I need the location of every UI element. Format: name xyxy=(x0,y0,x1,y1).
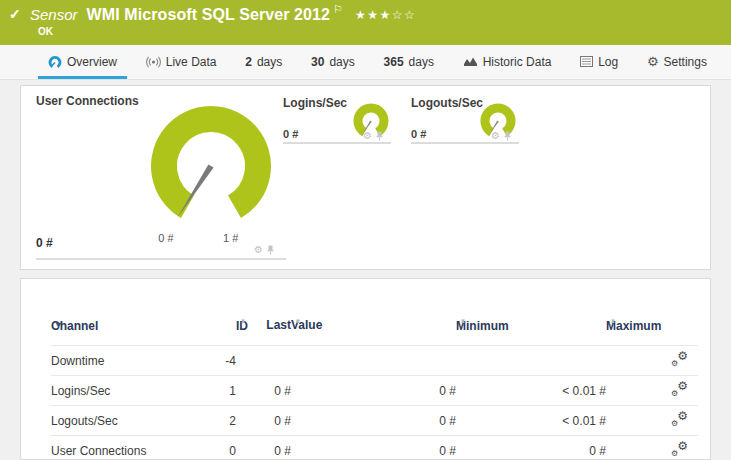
logins-gauge-value: 0 # xyxy=(283,128,298,140)
pin-icon[interactable] xyxy=(267,245,274,255)
minimum-value: 0 # xyxy=(291,414,456,428)
main-gauge-value: 0 # xyxy=(36,236,53,250)
object-kind-label: Sensor xyxy=(30,6,78,23)
maximum-value: < 0.01 # xyxy=(456,384,606,398)
status-badge: OK xyxy=(38,26,53,37)
channel-id: 2 xyxy=(201,414,236,428)
channel-settings-icon[interactable]: ⚙⚙ xyxy=(671,382,688,397)
tab-number: 2 xyxy=(245,55,252,69)
table-row-user-connections: User Connections 0 0 # 0 # 0 # ⚙⚙ xyxy=(51,435,698,460)
table-row-logouts-sec: Logouts/Sec 2 0 # 0 # < 0.01 # ⚙⚙ xyxy=(51,405,698,435)
tab-historic-data[interactable]: Historic Data xyxy=(453,45,562,79)
gauge-scale-min: 0 # xyxy=(151,232,181,244)
star-filled-icon[interactable]: ★ xyxy=(355,8,367,22)
logouts-gauge-title: Logouts/Sec xyxy=(411,96,483,110)
logouts-gauge-value: 0 # xyxy=(411,128,426,140)
sensor-status-bar: ✓ Sensor WMI Microsoft SQL Server 2012 ⚐… xyxy=(0,0,731,45)
last-value: 0 # xyxy=(236,444,291,458)
channel-settings-icon[interactable]: ⚙⚙ xyxy=(671,442,688,457)
tab-label: Overview xyxy=(67,55,117,69)
ok-check-icon: ✓ xyxy=(9,6,21,22)
tab-label: Historic Data xyxy=(483,55,552,69)
channel-name: Logins/Sec xyxy=(51,384,201,398)
channel-id: -4 xyxy=(201,354,236,368)
maximum-value: < 0.01 # xyxy=(456,414,606,428)
tab-settings[interactable]: ⚙ Settings xyxy=(637,45,717,79)
channel-settings-icon[interactable]: ⚙⚙ xyxy=(671,352,688,367)
star-empty-icon[interactable]: ☆ xyxy=(392,8,404,22)
tab-2-days[interactable]: 2 days xyxy=(235,45,292,79)
logouts-gauge-tools[interactable]: ⚙ xyxy=(491,131,511,141)
maximum-value: 0 # xyxy=(456,444,606,458)
tab-overview[interactable]: Overview xyxy=(38,45,127,79)
gear-icon[interactable]: ⚙ xyxy=(254,245,263,255)
tab-label: Settings xyxy=(664,55,707,69)
main-gauge-tools[interactable]: ⚙ xyxy=(254,245,274,255)
user-connections-gauge xyxy=(121,101,301,251)
tab-label: days xyxy=(409,55,434,69)
channel-name: Logouts/Sec xyxy=(51,414,201,428)
table-row-logins-sec: Logins/Sec 1 0 # 0 # < 0.01 # ⚙⚙ xyxy=(51,375,698,405)
page-title: WMI Microsoft SQL Server 2012 xyxy=(87,6,331,24)
tab-label: days xyxy=(257,55,282,69)
gear-icon: ⚙ xyxy=(647,55,659,68)
minimum-value: 0 # xyxy=(291,444,456,458)
channel-name: User Connections xyxy=(51,444,201,458)
channels-table-panel: Channel▾ ID▲▼ Last Value▲▼ Minimum▲▼ Max… xyxy=(20,278,711,460)
gear-icon[interactable]: ⚙ xyxy=(491,131,500,141)
gauges-panel: User Connections 0 # 1 # 0 # ⚙ Logins/Se… xyxy=(20,85,711,270)
logins-gauge-tools[interactable]: ⚙ xyxy=(363,131,383,141)
pin-icon[interactable] xyxy=(504,131,511,141)
sensor-title-row: Sensor WMI Microsoft SQL Server 2012 ⚐ ★… xyxy=(30,0,416,29)
tab-bar: Overview Live Data 2 days 30 days 365 da… xyxy=(0,45,731,80)
live-data-icon xyxy=(146,56,161,68)
channel-settings-icon[interactable]: ⚙⚙ xyxy=(671,412,688,427)
tab-30-days[interactable]: 30 days xyxy=(301,45,365,79)
tab-365-days[interactable]: 365 days xyxy=(374,45,444,79)
star-filled-icon[interactable]: ★ xyxy=(367,8,379,22)
gauge-icon xyxy=(48,55,62,69)
divider xyxy=(36,258,286,260)
tab-number: 30 xyxy=(311,55,324,69)
tab-label: Log xyxy=(598,55,618,69)
table-row-downtime: Downtime -4 ⚙⚙ xyxy=(51,345,698,375)
priority-flag-icon: ⚐ xyxy=(333,3,343,16)
channel-id: 0 xyxy=(201,444,236,458)
minimum-value: 0 # xyxy=(291,384,456,398)
divider xyxy=(283,142,391,144)
star-empty-icon[interactable]: ☆ xyxy=(404,8,416,22)
pin-icon[interactable] xyxy=(376,131,383,141)
log-list-icon xyxy=(580,56,593,67)
last-value: 0 # xyxy=(236,414,291,428)
gear-icon[interactable]: ⚙ xyxy=(363,131,372,141)
divider xyxy=(411,142,519,144)
channel-id: 1 xyxy=(201,384,236,398)
tab-log[interactable]: Log xyxy=(570,45,628,79)
table-body: Downtime -4 ⚙⚙ Logins/Sec 1 0 # 0 # < 0.… xyxy=(21,345,710,460)
priority-stars[interactable]: ★★★☆☆ xyxy=(355,8,416,22)
sort-desc-icon: ▾ xyxy=(56,319,61,330)
tab-label: Live Data xyxy=(166,55,217,69)
area-chart-icon xyxy=(463,56,478,67)
last-value: 0 # xyxy=(236,384,291,398)
gauge-scale-max: 1 # xyxy=(223,232,253,244)
logins-gauge-title: Logins/Sec xyxy=(283,96,347,110)
tab-label: days xyxy=(329,55,354,69)
table-header-row: Channel▾ ID▲▼ Last Value▲▼ Minimum▲▼ Max… xyxy=(51,299,696,339)
star-filled-icon[interactable]: ★ xyxy=(380,8,392,22)
tab-number: 365 xyxy=(384,55,404,69)
tab-live-data[interactable]: Live Data xyxy=(136,45,227,79)
channel-name: Downtime xyxy=(51,354,201,368)
